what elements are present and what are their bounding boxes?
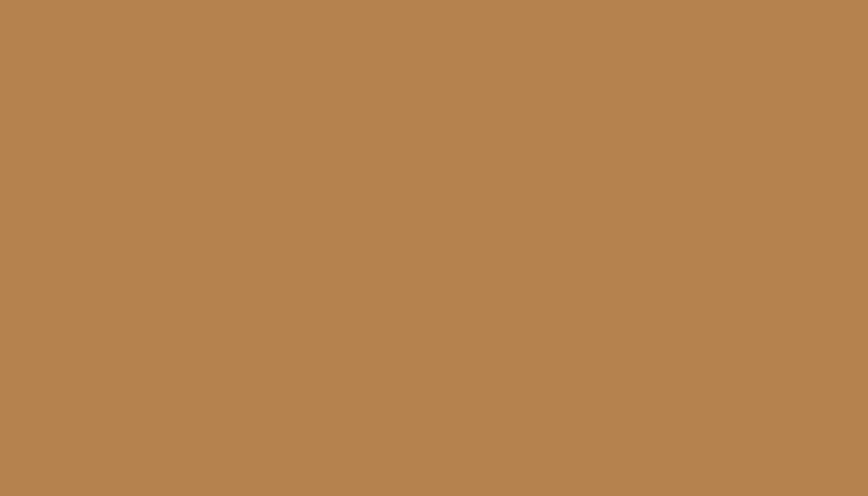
bottom-bar: [0, 491, 868, 496]
weekly-menu-board: [0, 0, 868, 496]
day-header-row: [31, 0, 868, 27]
menu-grid: [0, 27, 868, 488]
